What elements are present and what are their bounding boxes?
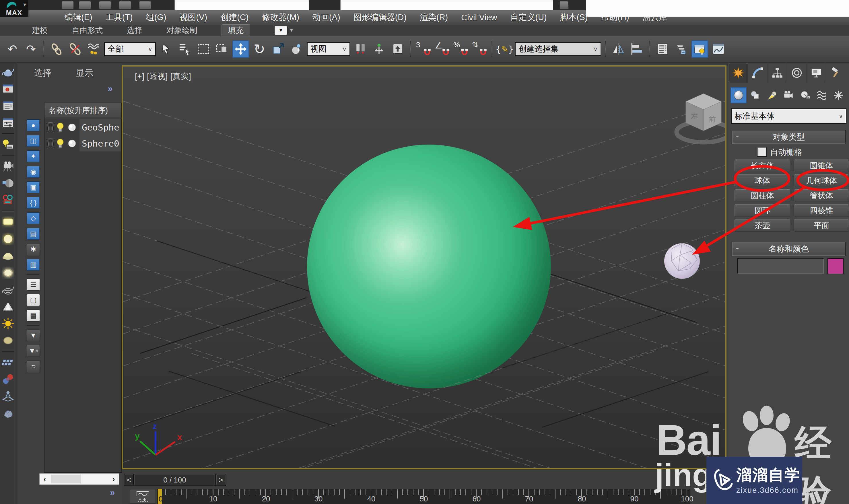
- snaps-toggle-3d[interactable]: 3: [415, 40, 432, 58]
- select-and-scale-button[interactable]: [270, 40, 286, 58]
- explorer-horizontal-scrollbar[interactable]: ‹ ›: [39, 473, 119, 485]
- scroll-right-icon[interactable]: ›: [108, 475, 119, 484]
- rect-light-icon[interactable]: [1, 215, 15, 229]
- layer-explorer-button[interactable]: [654, 40, 671, 58]
- filter-containers-icon[interactable]: ▤: [27, 228, 40, 240]
- select-and-link-icon[interactable]: [48, 40, 65, 58]
- sun-light-icon[interactable]: [1, 317, 15, 330]
- undo-button[interactable]: ↶: [4, 40, 21, 58]
- menu-item-graph-editors[interactable]: 图形编辑器(D): [354, 12, 407, 23]
- object-button-torus[interactable]: 圆环: [735, 204, 790, 217]
- select-and-place-button[interactable]: [288, 40, 305, 58]
- object-name[interactable]: GeoSphe: [79, 119, 121, 136]
- menu-item-tools[interactable]: 工具(T): [106, 12, 133, 23]
- select-and-rotate-button[interactable]: ↻: [251, 40, 268, 58]
- rendered-frame-icon[interactable]: [1, 82, 15, 95]
- object-button-box[interactable]: 长方体: [735, 160, 790, 172]
- window-crossing-toggle[interactable]: [214, 40, 230, 58]
- object-name[interactable]: Sphere0: [79, 136, 121, 151]
- explorer-expand-chevron-bottom[interactable]: »: [110, 487, 114, 498]
- select-by-name-button[interactable]: [177, 40, 193, 58]
- object-button-sphere[interactable]: 球体: [735, 175, 790, 187]
- zixue-promo-badge[interactable]: 溜溜自学 zixue.3d66.com: [706, 457, 802, 504]
- explorer-tab-select[interactable]: 选择: [34, 67, 51, 79]
- ribbon-tab-freeform[interactable]: 自由形式: [72, 25, 103, 36]
- chevron-down-icon[interactable]: ▼: [289, 28, 294, 33]
- subtab-space-warps[interactable]: [814, 87, 830, 103]
- selection-filter-dropdown[interactable]: 全部∨: [104, 42, 156, 56]
- bind-to-space-warp-icon[interactable]: [86, 40, 102, 58]
- quick-access-icon[interactable]: [99, 1, 111, 9]
- subtab-geometry[interactable]: [730, 87, 746, 103]
- visibility-bulb-icon[interactable]: [56, 123, 65, 132]
- filter-geometry-icon[interactable]: ●: [27, 119, 40, 131]
- menu-item-civil-view[interactable]: Civil View: [461, 13, 497, 22]
- subtab-shapes[interactable]: [747, 87, 763, 103]
- camera-sphere-icon[interactable]: [1, 177, 15, 190]
- filter-helpers-icon[interactable]: ▣: [27, 181, 40, 193]
- object-button-cone[interactable]: 圆锥体: [794, 160, 849, 172]
- edit-named-selection-sets-button[interactable]: {✎}: [496, 40, 513, 58]
- rectangular-selection-region-button[interactable]: [195, 40, 212, 58]
- tab-utilities[interactable]: [826, 64, 845, 82]
- list-item-geosphere[interactable]: GeoSphe: [44, 119, 121, 136]
- render-settings-dialog-icon[interactable]: [1, 99, 15, 112]
- filter-shapes-icon[interactable]: ◫: [27, 135, 40, 147]
- object-name-field[interactable]: [737, 258, 824, 274]
- quick-access-icon[interactable]: [119, 1, 131, 9]
- scrollbar-thumb[interactable]: [51, 475, 81, 483]
- menu-item-animation[interactable]: 动画(A): [312, 12, 340, 23]
- rock-icon[interactable]: [1, 407, 15, 420]
- render-setup-button[interactable]: [691, 40, 708, 58]
- subtab-systems[interactable]: [830, 87, 846, 103]
- tab-display[interactable]: [807, 64, 826, 82]
- subtab-lights[interactable]: [764, 87, 780, 103]
- render-teapot-icon[interactable]: [1, 66, 15, 78]
- list-item-sphere[interactable]: Sphere0: [44, 136, 121, 151]
- next-frame-button[interactable]: >: [216, 474, 226, 486]
- menu-item-rendering[interactable]: 渲染(R): [420, 12, 448, 23]
- wire-teapot-icon[interactable]: [1, 283, 15, 296]
- menu-item-modifiers[interactable]: 修改器(M): [262, 12, 299, 23]
- menu-item-scripting[interactable]: 脚本(S): [560, 12, 588, 23]
- previous-frame-button[interactable]: <: [124, 474, 134, 486]
- align-button[interactable]: [629, 40, 645, 58]
- tab-modify[interactable]: [748, 64, 767, 82]
- cone-light-icon[interactable]: [1, 300, 15, 313]
- rendered-frame-window-button[interactable]: [710, 40, 727, 58]
- quick-access-icon[interactable]: [139, 1, 151, 9]
- ribbon-minimize-button[interactable]: ▼: [274, 26, 288, 35]
- ribbon-tab-selection[interactable]: 选择: [127, 25, 142, 36]
- search-icon[interactable]: [560, 1, 569, 9]
- object-button-cylinder[interactable]: 圆柱体: [735, 189, 790, 202]
- selection-filter-funnel-icon[interactable]: ▼: [27, 329, 40, 341]
- menu-item-edit[interactable]: 编辑(E): [65, 12, 92, 23]
- perspective-viewport[interactable]: [+] [透视] [真实]: [122, 66, 726, 469]
- menu-item-views[interactable]: 视图(V): [180, 12, 207, 23]
- use-pivot-point-center-button[interactable]: [352, 40, 369, 58]
- explorer-expand-chevron[interactable]: »: [108, 83, 112, 94]
- workspace-selector[interactable]: [175, 0, 309, 10]
- exposure-control-dialog-icon[interactable]: [1, 116, 15, 129]
- list-view-icon[interactable]: ☰: [27, 278, 40, 291]
- wire-pyramid-icon[interactable]: [1, 390, 15, 403]
- angle-snap-toggle[interactable]: ∠: [434, 40, 450, 58]
- molecule-icon[interactable]: [1, 373, 15, 386]
- viewport-label[interactable]: [+] [透视] [真实]: [135, 71, 192, 82]
- unlink-selection-icon[interactable]: [67, 40, 84, 58]
- ribbon-tab-populate[interactable]: 填充: [221, 24, 250, 36]
- select-and-manipulate-button[interactable]: [371, 40, 387, 58]
- menu-item-create[interactable]: 创建(C): [220, 12, 249, 23]
- scroll-left-icon[interactable]: ‹: [40, 475, 50, 484]
- object-button-tube[interactable]: 管状体: [794, 189, 849, 202]
- explorer-tab-display[interactable]: 显示: [76, 67, 93, 79]
- object-color-swatch[interactable]: [828, 258, 844, 274]
- keyboard-shortcut-override-toggle[interactable]: [390, 40, 406, 58]
- filter-cameras-icon[interactable]: ◉: [27, 166, 40, 178]
- primitive-category-dropdown[interactable]: 标准基本体∨: [731, 108, 846, 124]
- glow-light-icon[interactable]: [1, 334, 15, 347]
- mirror-button[interactable]: [610, 40, 627, 58]
- autogrid-checkbox[interactable]: [757, 147, 767, 157]
- time-slider-current-frame[interactable]: 0 / 100: [134, 474, 216, 486]
- select-and-move-button[interactable]: [232, 40, 249, 58]
